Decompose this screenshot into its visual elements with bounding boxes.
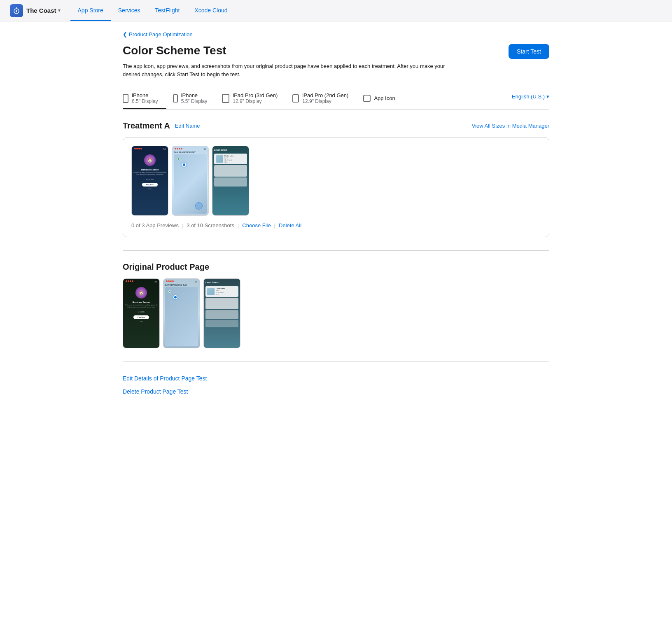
original-product-page-title: Original Product Page [123, 262, 549, 272]
iphone-55-size: 5.5" Display [181, 98, 208, 104]
app-previews-count: 0 of 3 App Previews [131, 222, 179, 229]
app-icon [10, 4, 23, 17]
app-name-label: The Coast ▾ [26, 7, 61, 14]
screenshots-footer: 0 of 3 App Previews | 3 of 10 Screenshot… [131, 222, 541, 229]
view-all-sizes-link[interactable]: View All Sizes in Media Manager [472, 123, 549, 129]
footer-separator-2: | [238, 222, 239, 229]
app-icon-tab-icon [363, 95, 371, 102]
iphone-55-name: iPhone [181, 92, 208, 98]
iphone-65-size: 6.5" Display [132, 98, 158, 104]
start-test-button[interactable]: Start Test [509, 44, 549, 59]
phone-55-icon [173, 94, 178, 103]
nav-tab-app-store[interactable]: App Store [70, 0, 111, 21]
device-tab-ipad-3rd[interactable]: iPad Pro (3rd Gen) 12.9" Display [222, 88, 286, 109]
page-description: The app icon, app previews, and screensh… [123, 62, 460, 78]
page-title: Color Scheme Test [123, 44, 226, 57]
original-product-page-section: Original Product Page 5d 🏠 Hurricane Sea… [123, 262, 549, 348]
treatment-a-title-row: Treatment A Edit Name [123, 121, 200, 131]
app-dropdown-chevron: ▾ [58, 8, 61, 13]
device-tab-iphone-65[interactable]: iPhone 6.5" Display [123, 88, 166, 109]
edit-name-link[interactable]: Edit Name [175, 123, 200, 129]
choose-file-link[interactable]: Choose File [242, 222, 271, 229]
iphone-65-name: iPhone [132, 92, 158, 98]
nav-tab-testflight[interactable]: TestFlight [147, 0, 187, 21]
app-logo[interactable]: The Coast ▾ [10, 4, 61, 17]
breadcrumb[interactable]: ❮ Product Page Optimization [123, 31, 549, 37]
original-screenshot-1[interactable]: 5d 🏠 Hurricane Season Protect way-faring… [123, 278, 160, 348]
language-chevron: ▾ [546, 93, 549, 100]
page-header: Color Scheme Test Start Test [123, 44, 549, 59]
treatment-a-screenshots-box: 5d 🏠 Hurricane Season Protect way-faring… [123, 137, 549, 237]
app-icon-name: App Icon [374, 95, 395, 101]
ipad-3rd-size: 12.9" Display [233, 98, 278, 104]
delete-page-test-link[interactable]: Delete Product Page Test [123, 388, 549, 395]
screenshot-item-2[interactable]: 5d SAN FRANCISCO BAY [172, 146, 209, 216]
footer-links: Edit Details of Product Page Test Delete… [123, 375, 549, 395]
delete-all-link[interactable]: Delete All [279, 222, 301, 229]
device-tab-iphone-55[interactable]: iPhone 5.5" Display [173, 88, 216, 109]
top-nav: The Coast ▾ App Store Services TestFligh… [0, 0, 672, 21]
footer-separator: | [182, 222, 183, 229]
breadcrumb-label: Product Page Optimization [129, 31, 193, 37]
original-screenshots-grid: 5d 🏠 Hurricane Season Protect way-faring… [123, 278, 549, 348]
screenshot-item-1[interactable]: 5d 🏠 Hurricane Season Protect way-faring… [131, 146, 168, 216]
nav-tab-services[interactable]: Services [111, 0, 148, 21]
treatment-a-screenshots-grid: 5d 🏠 Hurricane Season Protect way-faring… [131, 146, 541, 216]
language-selector[interactable]: English (U.S.) ▾ [512, 93, 549, 104]
original-screenshot-3[interactable]: Level Select Crater Lake San F... #1 of … [203, 278, 240, 348]
device-tab-ipad-2nd[interactable]: iPad Pro (2nd Gen) 12.9" Display [292, 88, 357, 109]
treatment-a-section: Treatment A Edit Name View All Sizes in … [123, 121, 549, 237]
screenshots-count: 3 of 10 Screenshots [187, 222, 234, 229]
section-divider-2 [123, 361, 549, 362]
nav-tab-xcode-cloud[interactable]: Xcode Cloud [187, 0, 235, 21]
footer-separator-3: | [274, 222, 275, 229]
svg-point-0 [16, 10, 17, 12]
treatment-a-title: Treatment A [123, 121, 170, 131]
ipad-3rd-icon [222, 94, 229, 103]
ipad-2nd-name: iPad Pro (2nd Gen) [302, 92, 348, 98]
section-divider-1 [123, 250, 549, 251]
ipad-2nd-size: 12.9" Display [302, 98, 348, 104]
main-content: ❮ Product Page Optimization Color Scheme… [110, 21, 562, 405]
edit-details-link[interactable]: Edit Details of Product Page Test [123, 375, 549, 382]
breadcrumb-arrow: ❮ [123, 31, 127, 37]
language-label: English (U.S.) [512, 93, 545, 100]
ipad-3rd-name: iPad Pro (3rd Gen) [233, 92, 278, 98]
original-screenshot-2[interactable]: 5d SAN FRANCISCO BAY [163, 278, 200, 348]
ipad-2nd-icon [292, 94, 299, 103]
nav-tabs: App Store Services TestFlight Xcode Clou… [70, 0, 235, 21]
treatment-a-header: Treatment A Edit Name View All Sizes in … [123, 121, 549, 131]
device-tabs: iPhone 6.5" Display iPhone 5.5" Display … [123, 88, 549, 110]
screenshot-item-3[interactable]: Level Select Crater Lake San F... #1 of … [212, 146, 249, 216]
device-tab-app-icon[interactable]: App Icon [363, 91, 403, 107]
phone-65-icon [123, 94, 128, 103]
